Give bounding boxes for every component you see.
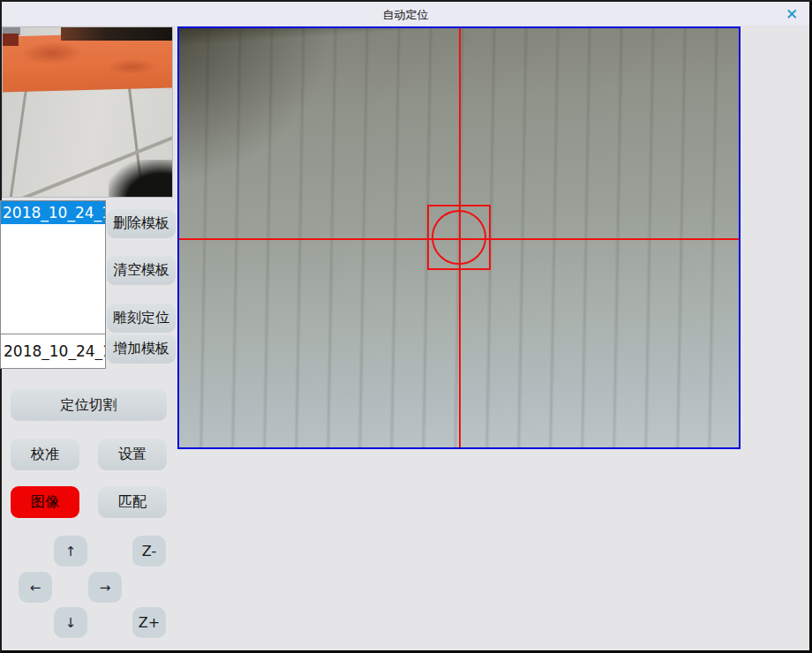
jog-up-button[interactable]: ↑ (54, 536, 87, 567)
title-bar: 自动定位 ✕ (2, 2, 809, 26)
tile-grout-line (9, 87, 27, 198)
jog-left-button[interactable]: ← (19, 572, 52, 603)
dark-red-patch (3, 34, 19, 46)
camera-view[interactable] (177, 26, 741, 449)
arrow-up-icon: ↑ (65, 544, 77, 559)
z-minus-button[interactable]: Z- (132, 536, 166, 567)
add-template-button[interactable]: 增加模板 (107, 334, 176, 364)
arrow-down-icon: ↓ (65, 615, 77, 631)
jog-down-button[interactable]: ↓ (54, 607, 87, 638)
close-icon: ✕ (786, 5, 798, 23)
template-thumbnail-preview (2, 26, 173, 198)
orange-beam (2, 32, 173, 92)
template-match-circle (432, 210, 486, 265)
image-button[interactable]: 图像 (11, 486, 79, 518)
jog-right-button[interactable]: → (88, 572, 122, 603)
close-button[interactable]: ✕ (782, 4, 801, 24)
settings-button[interactable]: 设置 (98, 439, 167, 470)
calibrate-button[interactable]: 校准 (11, 439, 79, 470)
window-title: 自动定位 (2, 7, 809, 23)
template-list-item[interactable]: 2018_10_24_11 (1, 201, 105, 224)
clear-templates-button[interactable]: 清空模板 (107, 256, 176, 285)
delete-template-button[interactable]: 删除模板 (107, 209, 176, 238)
arrow-right-icon: → (100, 580, 111, 596)
auto-position-dialog: 自动定位 ✕ 2018_10_24_11 删除模板 清空模板 雕刻定位 增加模板… (0, 0, 812, 653)
dark-brown-strip (61, 27, 173, 41)
z-plus-button[interactable]: Z+ (132, 607, 166, 638)
match-button[interactable]: 匹配 (98, 486, 167, 518)
dark-object (109, 160, 173, 198)
template-name-input[interactable] (0, 334, 106, 369)
template-list[interactable]: 2018_10_24_11 (0, 200, 106, 334)
arrow-left-icon: ← (30, 580, 41, 596)
engrave-position-button[interactable]: 雕刻定位 (107, 304, 176, 333)
position-cut-button[interactable]: 定位切割 (11, 389, 167, 421)
